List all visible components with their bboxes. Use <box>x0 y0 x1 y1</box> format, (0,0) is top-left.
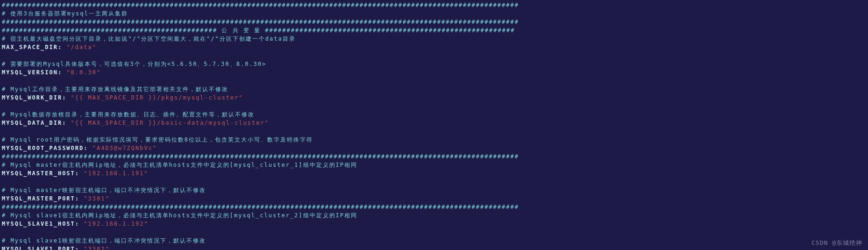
terminal-line <box>2 178 866 186</box>
terminal-line: # Mysql slave1映射宿主机端口，端口不冲突情况下，默认不修改 <box>2 236 866 245</box>
code-segment: MAX_SPACE_DIR: <box>2 44 66 50</box>
code-segment: MYSQL_SLAVE1_PORT: <box>2 246 84 250</box>
code-segment: "A4D3@w7ZQNbVc" <box>92 145 157 151</box>
code-segment: # Mysql slave1宿主机内网ip地址，必须与主机清单hosts文件中定… <box>2 212 357 219</box>
terminal-line: # Mysql数据存放根目录，主要用来存放数据、日志、插件、配置文件等，默认不修… <box>2 110 866 119</box>
code-segment <box>2 78 6 84</box>
code-segment: MYSQL_ROOT_PASSWORD: <box>2 145 92 151</box>
code-segment: MYSQL_WORK_DIR: <box>2 94 71 101</box>
code-segment: ########################################… <box>2 19 519 25</box>
code-segment: "8.0.30" <box>66 69 101 76</box>
code-segment <box>2 229 6 236</box>
terminal-line: ########################################… <box>2 1 866 9</box>
terminal-line: MYSQL_MASTER_HOST: "192.168.1.191" <box>2 169 866 178</box>
code-segment: # Mysql slave1映射宿主机端口，端口不冲突情况下，默认不修改 <box>2 237 206 244</box>
code-segment: # 需要部署的Mysql具体版本号，可选值有3个，分别为<5.6.50、5.7.… <box>2 61 266 67</box>
terminal-line: MYSQL_SLAVE1_PORT: "3302" <box>2 245 866 250</box>
terminal-line: MYSQL_SLAVE1_HOST: "192.168.1.192" <box>2 220 866 228</box>
code-segment <box>2 179 6 185</box>
terminal-line: # Mysql root用户密码，根据实际情况填写，要求密码位数8位以上，包含英… <box>2 136 866 144</box>
code-segment: "3302" <box>84 246 109 250</box>
code-segment: # Mysql master映射宿主机端口，端口不冲突情况下，默认不修改 <box>2 187 206 193</box>
code-segment: MYSQL_MASTER_PORT: <box>2 195 84 202</box>
terminal-line: # Mysql工作目录，主要用来存放离线镜像及其它部署相关文件，默认不修改 <box>2 85 866 93</box>
terminal-line <box>2 228 866 236</box>
terminal-line <box>2 77 866 85</box>
terminal-line: # Mysql master宿主机内网ip地址，必须与主机清单hosts文件中定… <box>2 161 866 169</box>
terminal-line: MYSQL_DATA_DIR: "{{ MAX_SPACE_DIR }}/bas… <box>2 119 866 127</box>
terminal-line <box>2 127 866 136</box>
terminal-line: # Mysql slave1宿主机内网ip地址，必须与主机清单hosts文件中定… <box>2 211 866 220</box>
code-segment: "{{ MAX_SPACE_DIR }}/basic-data/mysql-cl… <box>71 120 269 126</box>
code-segment: ########################################… <box>2 27 515 34</box>
code-segment <box>2 103 6 109</box>
terminal-line: ########################################… <box>2 152 866 161</box>
code-segment: "{{ MAX_SPACE_DIR }}/pkgs/mysql-cluster" <box>71 94 243 101</box>
code-segment: MYSQL_VERSION: <box>2 69 66 76</box>
code-segment: ########################################… <box>2 2 519 8</box>
terminal-line: # 使用3台服务器部署mysql一主两从集群 <box>2 9 866 18</box>
terminal-line: MAX_SPACE_DIR: "/data" <box>2 43 866 51</box>
terminal-line: MYSQL_MASTER_PORT: "3301" <box>2 194 866 203</box>
terminal-line: ########################################… <box>2 18 866 26</box>
code-segment: "192.168.1.191" <box>84 170 148 177</box>
code-segment: "3301" <box>84 195 109 202</box>
code-segment <box>2 52 6 59</box>
code-segment: MYSQL_DATA_DIR: <box>2 120 71 126</box>
code-segment: MYSQL_SLAVE1_HOST: <box>2 221 84 227</box>
terminal-line: # Mysql master映射宿主机端口，端口不冲突情况下，默认不修改 <box>2 186 866 194</box>
terminal-output: ########################################… <box>0 0 868 250</box>
code-segment: "/data" <box>66 44 97 50</box>
code-segment <box>2 128 6 135</box>
code-segment: # Mysql master宿主机内网ip地址，必须与主机清单hosts文件中定… <box>2 162 357 168</box>
terminal-line: ########################################… <box>2 26 866 35</box>
code-segment: # 宿主机最大磁盘空间分区下目录，比如说"/"分区下空间最大，就在"/"分区下创… <box>2 36 296 42</box>
code-segment: ########################################… <box>2 204 519 210</box>
terminal-line: # 宿主机最大磁盘空间分区下目录，比如说"/"分区下空间最大，就在"/"分区下创… <box>2 35 866 43</box>
code-segment: ########################################… <box>2 153 519 160</box>
terminal-line: MYSQL_VERSION: "8.0.30" <box>2 68 866 77</box>
terminal-line: MYSQL_WORK_DIR: "{{ MAX_SPACE_DIR }}/pkg… <box>2 93 866 102</box>
watermark-text: CSDN @东城绝神 <box>811 238 862 248</box>
code-segment: # Mysql数据存放根目录，主要用来存放数据、日志、插件、配置文件等，默认不修… <box>2 111 255 118</box>
code-segment: # 使用3台服务器部署mysql一主两从集群 <box>2 10 128 17</box>
code-segment: "192.168.1.192" <box>84 221 148 227</box>
terminal-line <box>2 51 866 60</box>
terminal-line: ########################################… <box>2 203 866 211</box>
code-segment: # Mysql工作目录，主要用来存放离线镜像及其它部署相关文件，默认不修改 <box>2 86 228 93</box>
terminal-line: MYSQL_ROOT_PASSWORD: "A4D3@w7ZQNbVc" <box>2 144 866 152</box>
terminal-line: # 需要部署的Mysql具体版本号，可选值有3个，分别为<5.6.50、5.7.… <box>2 60 866 68</box>
code-segment: MYSQL_MASTER_HOST: <box>2 170 84 177</box>
terminal-line <box>2 102 866 110</box>
code-segment: # Mysql root用户密码，根据实际情况填写，要求密码位数8位以上，包含英… <box>2 136 313 143</box>
